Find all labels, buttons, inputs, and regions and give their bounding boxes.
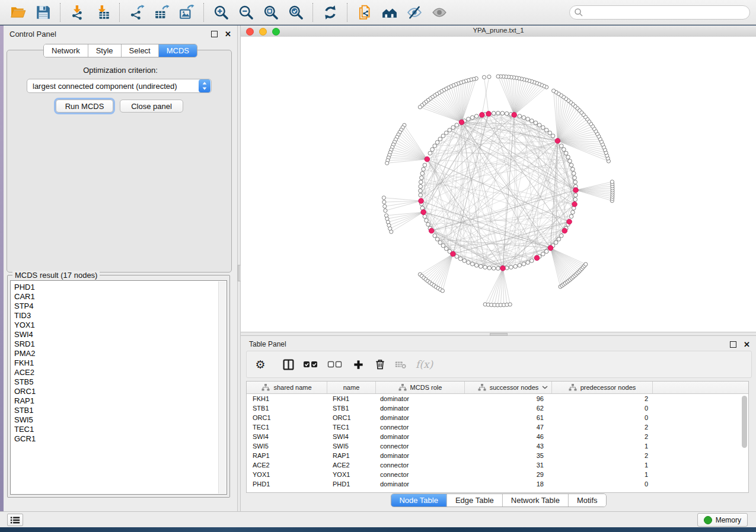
table-cell[interactable]: 0	[552, 414, 653, 421]
mcds-result-item[interactable]: SWI5	[14, 415, 227, 425]
add-column-plus-icon[interactable]	[352, 359, 365, 370]
share-document-icon[interactable]	[356, 4, 373, 21]
mcds-result-item[interactable]: PMA2	[14, 349, 227, 358]
table-cell[interactable]: ORC1	[327, 414, 376, 421]
table-cell[interactable]: RAP1	[247, 452, 327, 459]
zoom-fit-icon[interactable]	[263, 4, 279, 21]
table-cell[interactable]: dominator	[376, 452, 465, 459]
export-table-icon[interactable]	[154, 4, 170, 21]
save-session-icon[interactable]	[35, 4, 52, 21]
table-cell[interactable]: YOX1	[247, 471, 327, 478]
home-networks-icon[interactable]	[381, 4, 398, 21]
table-cell[interactable]: 62	[465, 405, 552, 412]
table-cell[interactable]: RAP1	[327, 452, 376, 459]
column-header-shared-name[interactable]: shared name	[247, 382, 327, 393]
table-cell[interactable]: 0	[552, 480, 653, 488]
table-cell[interactable]: TEC1	[327, 424, 376, 431]
column-header-name[interactable]: name	[327, 382, 376, 393]
table-cell[interactable]: ACE2	[327, 462, 376, 469]
table-cell[interactable]: PHD1	[247, 480, 327, 488]
table-row[interactable]: SWI4SWI4dominator462	[247, 432, 748, 441]
table-row[interactable]: PHD1PHD1dominator180	[247, 479, 748, 489]
delete-table-icon[interactable]	[394, 358, 408, 371]
table-cell[interactable]: connector	[376, 462, 465, 469]
table-row[interactable]: ORC1ORC1dominator610	[247, 413, 748, 422]
table-cell[interactable]: 29	[465, 471, 552, 478]
mcds-result-item[interactable]: TEC1	[14, 425, 227, 434]
select-all-check-icon[interactable]	[302, 360, 319, 368]
mcds-result-item[interactable]: CAR1	[14, 292, 227, 302]
tab-edge-table[interactable]: Edge Table	[447, 494, 503, 507]
column-visibility-icon[interactable]	[281, 358, 295, 371]
table-cell[interactable]: dominator	[376, 433, 465, 440]
search-input[interactable]	[569, 5, 750, 20]
mcds-result-item[interactable]: ACE2	[14, 368, 227, 377]
table-cell[interactable]: STB1	[247, 405, 327, 412]
table-row[interactable]: ACE2ACE2connector311	[247, 460, 748, 470]
close-panel-icon[interactable]: ✕	[225, 30, 231, 38]
mcds-result-item[interactable]: SRD1	[14, 339, 227, 349]
table-row[interactable]: YOX1YOX1connector291	[247, 470, 748, 479]
column-header-successor-nodes[interactable]: successor nodes	[465, 382, 552, 393]
table-cell[interactable]: 35	[465, 452, 552, 459]
tab-network[interactable]: Network	[44, 44, 88, 57]
delete-column-trash-icon[interactable]	[374, 358, 387, 370]
column-header-predecessor-nodes[interactable]: predecessor nodes	[552, 382, 653, 393]
mcds-list-scrollbar[interactable]	[218, 281, 226, 493]
table-cell[interactable]: ORC1	[247, 414, 327, 421]
table-scrollbar-thumb[interactable]	[742, 396, 747, 448]
apply-function-icon[interactable]: f(x)	[416, 358, 433, 370]
table-cell[interactable]: 46	[465, 433, 552, 440]
tab-style[interactable]: Style	[88, 44, 122, 57]
table-cell[interactable]: 1	[552, 471, 653, 478]
table-cell[interactable]: TEC1	[247, 424, 327, 431]
float-panel-icon[interactable]	[730, 341, 736, 348]
table-row[interactable]: TEC1TEC1connector472	[247, 422, 748, 432]
mcds-result-list[interactable]: PHD1CAR1STP4TID3YOX1SWI4SRD1PMA2FKH1ACE2…	[10, 280, 227, 495]
table-cell[interactable]: FKH1	[247, 395, 327, 402]
table-cell[interactable]: 18	[465, 480, 552, 488]
table-row[interactable]: RAP1RAP1dominator352	[247, 451, 748, 460]
table-cell[interactable]: PHD1	[327, 480, 376, 488]
table-row[interactable]: SWI5SWI5connector431	[247, 441, 748, 451]
table-cell[interactable]: 61	[465, 414, 552, 421]
table-cell[interactable]: dominator	[376, 405, 465, 412]
hide-selection-eye-icon[interactable]	[406, 4, 423, 21]
table-cell[interactable]: 43	[465, 443, 552, 450]
mcds-result-item[interactable]: YOX1	[14, 321, 227, 330]
table-cell[interactable]: 0	[552, 405, 653, 412]
network-view-canvas[interactable]	[241, 37, 756, 332]
deselect-all-icon[interactable]	[327, 360, 343, 368]
close-panel-icon[interactable]: ✕	[744, 341, 750, 348]
memory-button[interactable]: Memory	[697, 513, 748, 527]
table-cell[interactable]: YOX1	[327, 471, 376, 478]
table-cell[interactable]: SWI5	[327, 443, 376, 450]
open-session-icon[interactable]	[10, 4, 27, 21]
table-cell[interactable]: FKH1	[327, 395, 376, 402]
mcds-result-item[interactable]: GCR1	[14, 434, 227, 444]
table-cell[interactable]: connector	[376, 471, 465, 478]
table-cell[interactable]: dominator	[376, 480, 465, 488]
mcds-result-item[interactable]: FKH1	[14, 358, 227, 368]
import-table-icon[interactable]	[94, 4, 111, 21]
table-cell[interactable]: ACE2	[247, 462, 327, 469]
mcds-result-item[interactable]: RAP1	[14, 396, 227, 406]
table-cell[interactable]: 2	[552, 433, 653, 440]
table-cell[interactable]: 2	[552, 395, 653, 402]
horizontal-splitter[interactable]	[241, 332, 756, 336]
table-cell[interactable]: 1	[552, 462, 653, 469]
zoom-selected-icon[interactable]	[288, 4, 304, 21]
table-cell[interactable]: SWI5	[247, 443, 327, 450]
table-cell[interactable]: dominator	[376, 395, 465, 402]
mcds-result-item[interactable]: SWI4	[14, 330, 227, 339]
table-options-gear-icon[interactable]: ⚙	[254, 359, 267, 370]
task-history-button[interactable]	[7, 514, 23, 526]
table-row[interactable]: STB1STB1dominator620	[247, 403, 748, 413]
table-cell[interactable]: dominator	[376, 414, 465, 421]
refresh-icon[interactable]	[322, 4, 339, 21]
table-cell[interactable]: SWI4	[247, 433, 327, 440]
tab-mcds[interactable]: MCDS	[159, 44, 197, 57]
mcds-result-item[interactable]: STP4	[14, 302, 227, 311]
optimization-criterion-select[interactable]: largest connected component (undirected)	[27, 79, 212, 93]
tab-select[interactable]: Select	[122, 44, 159, 57]
